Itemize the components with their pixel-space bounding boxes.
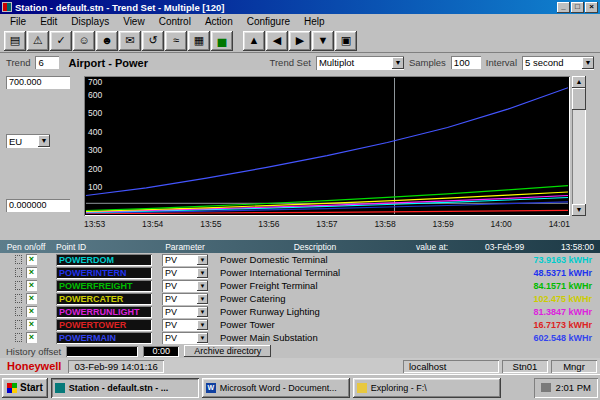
trend-set-select[interactable]: Multiplot ▼ <box>316 56 404 70</box>
interval-select[interactable]: 5 second ▼ <box>522 56 594 70</box>
pen-row: × POWERFREIGHT PV▼ Power Freight Termina… <box>0 279 600 292</box>
scroll-down-icon[interactable]: ▼ <box>572 204 586 216</box>
pen-checkbox[interactable]: × <box>26 254 37 265</box>
header-description: Description <box>214 242 410 252</box>
trend-number-field[interactable]: 6 <box>35 56 59 69</box>
taskbar-item-station[interactable]: Station - default.stn - ... <box>51 378 199 398</box>
header-value-at: value at: <box>416 242 448 252</box>
chevron-down-icon[interactable]: ▼ <box>392 57 404 69</box>
chevron-down-icon[interactable]: ▼ <box>38 135 50 147</box>
message-button[interactable]: ✉ <box>119 31 141 51</box>
pen-checkbox[interactable]: × <box>26 267 37 278</box>
point-id[interactable]: POWERINTERN <box>56 267 152 279</box>
associated-display-button[interactable]: ▣ <box>335 31 357 51</box>
minimize-button[interactable]: _ <box>557 2 570 13</box>
acknowledge-button[interactable]: ✓ <box>50 31 72 51</box>
pen-row: × POWERCATER PV▼ Power Catering 102.475 … <box>0 292 600 305</box>
menu-view[interactable]: View <box>116 15 152 28</box>
x-tick: 14:01 <box>549 219 570 229</box>
point-id[interactable]: POWERFREIGHT <box>56 280 152 292</box>
recall-button[interactable]: ↺ <box>142 31 164 51</box>
menu-file[interactable]: File <box>3 15 33 28</box>
pen-checkbox[interactable]: × <box>26 293 37 304</box>
page-down-button[interactable]: ▼ <box>312 31 334 51</box>
parameter-select[interactable]: PV▼ <box>162 267 208 279</box>
app-icon <box>2 2 12 12</box>
y-scale-max-field[interactable]: 700.000 <box>6 76 70 89</box>
point-id[interactable]: POWERCATER <box>56 293 152 305</box>
history-offset-field[interactable] <box>66 346 138 357</box>
group-display-button[interactable]: ▦ <box>188 31 210 51</box>
row-selector[interactable] <box>15 255 22 264</box>
scrollbar-thumb[interactable] <box>572 88 586 110</box>
point-description: Power Runway Lighting <box>214 306 452 317</box>
operator-button[interactable]: ☺ <box>73 31 95 51</box>
engineer-button[interactable]: ☻ <box>96 31 118 51</box>
maximize-button[interactable]: □ <box>571 2 584 13</box>
chevron-down-icon[interactable]: ▼ <box>197 320 208 330</box>
chart-scrollbar[interactable]: ▲ ▼ <box>572 76 586 216</box>
parameter-select[interactable]: PV▼ <box>162 332 208 344</box>
point-description: Power Tower <box>214 319 452 330</box>
menu-edit[interactable]: Edit <box>33 15 64 28</box>
pen-checkbox[interactable]: × <box>26 319 37 330</box>
parameter-value: PV <box>165 255 177 265</box>
row-selector[interactable] <box>15 320 22 329</box>
pen-table-header: Pen on/off Point ID Parameter Descriptio… <box>0 240 600 253</box>
taskbar-item-word[interactable]: W Microsoft Word - Document... <box>202 378 350 398</box>
pen-checkbox[interactable]: × <box>26 332 37 343</box>
alarm-icon: ⚠ <box>33 34 43 46</box>
chevron-down-icon[interactable]: ▼ <box>197 255 208 265</box>
print-button[interactable]: ▤ <box>4 31 26 51</box>
taskbar-item-explorer[interactable]: Exploring - F:\ <box>353 378 501 398</box>
trend-plot[interactable]: 700 600 500 400 300 200 100 <box>84 76 570 216</box>
menu-configure[interactable]: Configure <box>240 15 297 28</box>
menu-help[interactable]: Help <box>297 15 332 28</box>
row-selector[interactable] <box>15 281 22 290</box>
chevron-down-icon[interactable]: ▼ <box>197 294 208 304</box>
point-id[interactable]: POWERDOM <box>56 254 152 266</box>
parameter-select[interactable]: PV▼ <box>162 254 208 266</box>
arrow-down-icon: ▼ <box>318 34 329 46</box>
alarm-button[interactable]: ⚠ <box>27 31 49 51</box>
parameter-select[interactable]: PV▼ <box>162 319 208 331</box>
page-up-button[interactable]: ▲ <box>243 31 265 51</box>
parameter-value: PV <box>165 307 177 317</box>
start-button[interactable]: Start <box>2 378 48 398</box>
archive-directory-button[interactable]: Archive directory <box>184 345 271 357</box>
history-offset-value[interactable]: 0:00 <box>143 346 179 357</box>
trend-button[interactable]: ≈ <box>165 31 187 51</box>
eu-select[interactable]: EU ▼ <box>6 134 50 148</box>
chevron-down-icon[interactable]: ▼ <box>197 307 208 317</box>
scroll-up-icon[interactable]: ▲ <box>572 76 586 88</box>
row-selector[interactable] <box>15 268 22 277</box>
chevron-down-icon[interactable]: ▼ <box>197 281 208 291</box>
parameter-value: PV <box>165 320 177 330</box>
row-selector[interactable] <box>15 294 22 303</box>
point-id[interactable]: POWERRUNLIGHT <box>56 306 152 318</box>
row-selector[interactable] <box>15 333 22 342</box>
chevron-down-icon[interactable]: ▼ <box>582 57 594 69</box>
status-role: Mngr <box>551 360 597 373</box>
x-tick: 13:58 <box>374 219 395 229</box>
row-selector[interactable] <box>15 307 22 316</box>
parameter-select[interactable]: PV▼ <box>162 306 208 318</box>
chevron-down-icon[interactable]: ▼ <box>197 333 208 343</box>
parameter-select[interactable]: PV▼ <box>162 280 208 292</box>
page-back-button[interactable]: ◀ <box>266 31 288 51</box>
chevron-down-icon[interactable]: ▼ <box>197 268 208 278</box>
samples-field[interactable]: 100 <box>451 56 481 69</box>
pen-checkbox[interactable]: × <box>26 280 37 291</box>
y-scale-min-field[interactable]: 0.000000 <box>6 199 70 212</box>
bar-chart-button[interactable]: ▅ <box>211 31 233 51</box>
close-button[interactable]: × <box>585 2 598 13</box>
page-forward-button[interactable]: ▶ <box>289 31 311 51</box>
menu-control[interactable]: Control <box>152 15 198 28</box>
check-icon: × <box>29 306 34 316</box>
parameter-select[interactable]: PV▼ <box>162 293 208 305</box>
point-id[interactable]: POWERTOWER <box>56 319 152 331</box>
menu-action[interactable]: Action <box>198 15 240 28</box>
pen-checkbox[interactable]: × <box>26 306 37 317</box>
point-id[interactable]: POWERMAIN <box>56 332 152 344</box>
menu-displays[interactable]: Displays <box>64 15 116 28</box>
